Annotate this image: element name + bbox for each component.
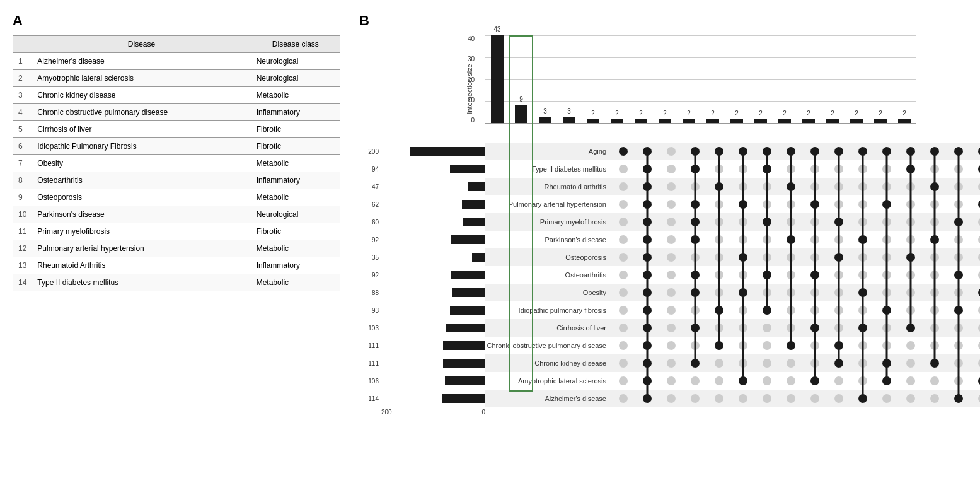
dot-cell: [659, 341, 683, 350]
dot-cell: [947, 288, 971, 297]
empty-dot: [619, 324, 628, 332]
row-number: 3: [13, 87, 32, 104]
filled-dot: [643, 200, 652, 209]
disease-name: Osteoporosis: [32, 189, 251, 206]
dot-cell: [707, 235, 731, 244]
upset-plot: Intersection size 40 30 20 10 0 43933222: [359, 35, 980, 416]
left-bar-bg: [381, 218, 485, 226]
empty-dot: [810, 182, 819, 191]
top-bar-col: 2: [605, 35, 629, 123]
empty-dot: [810, 306, 819, 315]
left-bar: [442, 394, 485, 403]
dot-cell: [827, 147, 851, 156]
top-bar: [706, 119, 719, 123]
empty-dot: [715, 376, 723, 385]
dot-cell: [947, 235, 971, 244]
empty-dot: [906, 376, 915, 385]
dots-row: [611, 147, 980, 156]
filled-dot: [930, 182, 939, 191]
bar-value-label: 3: [543, 108, 547, 115]
dot-cell: [683, 359, 707, 368]
left-bar: [472, 253, 485, 262]
left-chart-row: 92: [359, 231, 485, 248]
dot-cell: [851, 271, 875, 279]
dot-cell: [755, 253, 779, 262]
dot-cell: [827, 376, 851, 385]
empty-dot: [763, 200, 771, 209]
left-bar-bg: [381, 235, 485, 244]
dot-cell: [755, 288, 779, 297]
dots-row: [611, 376, 980, 385]
left-chart-row: 106: [359, 372, 485, 390]
empty-dot: [715, 359, 723, 368]
table-row: 8 Osteoarthritis Inflammatory: [13, 172, 340, 189]
disease-name: Parkinson's disease: [32, 206, 251, 223]
filled-dot: [643, 394, 652, 403]
filled-dot: [858, 324, 867, 332]
empty-dot: [763, 288, 771, 297]
dot-cell: [683, 200, 707, 209]
row-number: 9: [13, 189, 32, 206]
dot-cell: [779, 253, 803, 262]
top-bar-col: 2: [892, 35, 916, 123]
disease-class: Fibrotic: [251, 223, 340, 240]
empty-dot: [667, 253, 676, 262]
empty-dot: [810, 359, 819, 368]
dot-cell: [635, 235, 659, 244]
filled-dot: [619, 147, 628, 156]
dot-cell: [827, 165, 851, 173]
dot-cell: [923, 306, 947, 315]
empty-dot: [691, 394, 700, 403]
dot-cell: [611, 288, 635, 297]
dot-cell: [875, 218, 899, 226]
dot-cell: [659, 235, 683, 244]
dot-cell: [635, 271, 659, 279]
row-number: 12: [13, 240, 32, 257]
left-chart-row: 35: [359, 248, 485, 266]
empty-dot: [930, 271, 939, 279]
empty-dot: [667, 235, 676, 244]
empty-dot: [954, 235, 963, 244]
empty-dot: [739, 341, 747, 350]
top-bar-col: 2: [653, 35, 677, 123]
row-number: 10: [13, 206, 32, 223]
filled-dot: [954, 306, 963, 315]
disease-row-label: Type II diabetes mellitus: [485, 165, 611, 173]
dot-cell: [947, 341, 971, 350]
empty-dot: [834, 306, 843, 315]
top-bar-col: 9: [509, 35, 533, 123]
bar-value-label: 2: [591, 110, 595, 117]
dot-cell: [683, 253, 707, 262]
empty-dot: [787, 253, 795, 262]
panel-a: A Disease Disease class 1 Alzheimer's di…: [13, 13, 340, 416]
dots-row: [611, 359, 980, 368]
empty-dot: [834, 182, 843, 191]
filled-dot: [691, 147, 700, 156]
dot-cell: [971, 288, 980, 297]
dot-cell: [923, 200, 947, 209]
empty-dot: [787, 165, 795, 173]
row-number: 6: [13, 138, 32, 155]
bar-value-label: 3: [567, 108, 571, 115]
dot-cell: [707, 324, 731, 332]
top-bar: [826, 119, 839, 123]
empty-dot: [858, 271, 867, 279]
filled-dot: [906, 165, 915, 173]
empty-dot: [930, 253, 939, 262]
dot-cell: [875, 200, 899, 209]
top-bar-col: 2: [629, 35, 653, 123]
filled-dot: [643, 165, 652, 173]
empty-dot: [667, 218, 676, 226]
filled-dot: [834, 218, 843, 226]
table-row: 13 Rheumatoid Arthritis Inflammatory: [13, 257, 340, 274]
matrix-row: Pulmonary arterial hypertension: [485, 195, 980, 213]
empty-dot: [619, 235, 628, 244]
empty-dot: [834, 235, 843, 244]
filled-dot: [882, 359, 891, 368]
set-size-label: 114: [359, 395, 381, 402]
filled-dot: [882, 376, 891, 385]
dot-cell: [779, 324, 803, 332]
empty-dot: [739, 182, 747, 191]
disease-name: Obesity: [32, 155, 251, 172]
empty-dot: [954, 288, 963, 297]
